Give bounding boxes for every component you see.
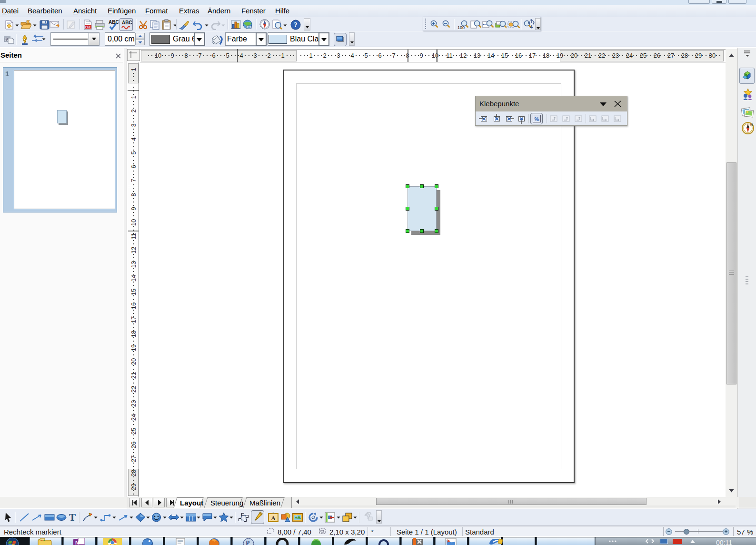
svg-text:PDF: PDF: [85, 25, 91, 29]
svg-text:N: N: [750, 123, 753, 126]
svg-text:ABC: ABC: [109, 20, 119, 25]
svg-text:A: A: [271, 515, 276, 522]
svg-text:?: ?: [294, 21, 298, 29]
svg-text:P: P: [246, 540, 250, 545]
svg-text:%: %: [535, 116, 539, 122]
svg-text:T: T: [69, 512, 76, 523]
svg-text:N: N: [75, 540, 79, 545]
svg-text:ABC: ABC: [122, 20, 132, 25]
